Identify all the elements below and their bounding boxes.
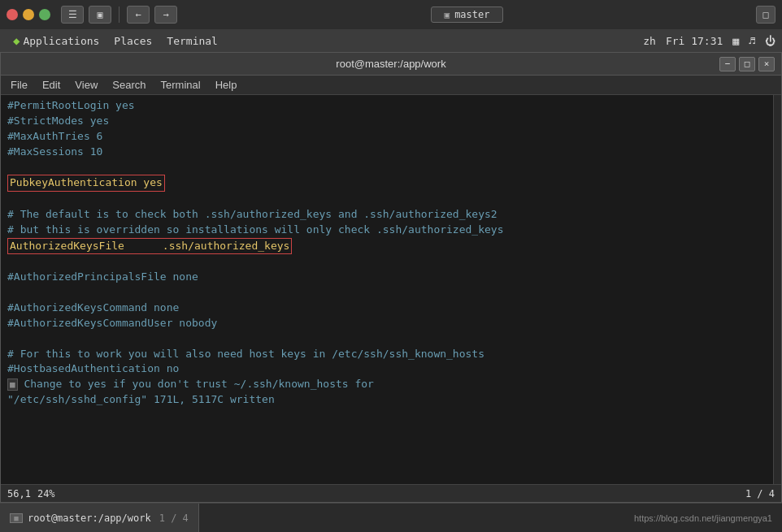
line-2: #StrictModes yes bbox=[7, 115, 109, 127]
authorized-keys-line: AuthorizedKeysFile .ssh/authorized_keys bbox=[7, 238, 292, 255]
terminal-menu[interactable]: Terminal bbox=[160, 33, 224, 49]
close-button[interactable] bbox=[7, 9, 18, 20]
line-change: ■ Change to yes if you don't trust ~/.ss… bbox=[7, 378, 374, 390]
places-menu[interactable]: Places bbox=[107, 33, 159, 49]
status-percent: 24% bbox=[37, 488, 55, 500]
restore-button[interactable]: □ bbox=[756, 6, 775, 24]
terminal-tab-label: master bbox=[454, 9, 489, 20]
terminal-titlebar: root@master:/app/work − □ × bbox=[1, 53, 781, 76]
menu-edit[interactable]: Edit bbox=[36, 78, 67, 92]
applications-menu[interactable]: ◆ Applications bbox=[7, 32, 106, 49]
sys-lang: zh bbox=[643, 35, 656, 47]
menu-terminal[interactable]: Terminal bbox=[154, 78, 207, 92]
line-comment-1: # The default is to check both .ssh/auth… bbox=[7, 208, 497, 220]
blank-4 bbox=[7, 286, 14, 298]
applications-label: Applications bbox=[23, 35, 99, 47]
menu-search[interactable]: Search bbox=[106, 78, 152, 92]
line-4: #MaxSessions 10 bbox=[7, 145, 102, 158]
network-icon[interactable]: ▦ bbox=[732, 35, 739, 47]
status-page: 1 / 4 bbox=[745, 488, 775, 500]
terminal-content: #PermitRootLogin yes #StrictModes yes #M… bbox=[1, 95, 781, 484]
blank-3 bbox=[7, 255, 14, 267]
status-position: 56,1 bbox=[7, 488, 31, 500]
line-written: "/etc/ssh/sshd_config" 171L, 5117C writt… bbox=[7, 393, 275, 405]
window: ☰ ▣ ← → ▣ master □ ◆ Applications Places… bbox=[0, 0, 782, 532]
screenshot-button[interactable]: ▣ bbox=[89, 6, 111, 24]
scrollbar[interactable] bbox=[773, 95, 781, 484]
terminal-close-btn[interactable]: × bbox=[758, 57, 775, 71]
taskbar-center: ▣ master bbox=[181, 6, 753, 23]
terminal-title-buttons: − □ × bbox=[719, 57, 775, 71]
taskbar-right: □ bbox=[756, 6, 775, 24]
power-icon[interactable]: ⏻ bbox=[765, 35, 775, 47]
sys-time: Fri 17:31 bbox=[666, 35, 723, 47]
line-principals: #AuthorizedPrincipalsFile none bbox=[7, 270, 198, 283]
menu-view[interactable]: View bbox=[68, 78, 104, 92]
blank-1 bbox=[7, 160, 14, 172]
terminal-code: #PermitRootLogin yes #StrictModes yes #M… bbox=[7, 98, 767, 408]
volume-icon[interactable]: ♬ bbox=[749, 35, 755, 47]
tab-page-indicator: 1 / 4 bbox=[159, 513, 189, 524]
bottom-tab-icon: ■ bbox=[10, 513, 23, 523]
blank-5 bbox=[7, 332, 14, 344]
line-keyscommanduser: #AuthorizedKeysCommandUser nobody bbox=[7, 317, 217, 329]
pubkey-auth-line: PubkeyAuthentication yes bbox=[7, 175, 165, 192]
menu-help[interactable]: Help bbox=[209, 78, 244, 92]
terminal-label: Terminal bbox=[167, 35, 218, 47]
panel-button[interactable]: ☰ bbox=[61, 6, 84, 24]
terminal-window: root@master:/app/work − □ × File Edit Vi… bbox=[0, 52, 782, 503]
sys-right: zh Fri 17:31 ▦ ♬ ⏻ bbox=[643, 35, 775, 47]
bottom-tab-label: root@master:/app/work bbox=[28, 513, 151, 524]
terminal-title: root@master:/app/work bbox=[336, 58, 445, 70]
back-button[interactable]: ← bbox=[127, 6, 150, 24]
terminal-restore-btn[interactable]: □ bbox=[739, 57, 755, 71]
minimize-button[interactable] bbox=[23, 9, 34, 20]
terminal-minimize-btn[interactable]: − bbox=[719, 57, 736, 71]
line-3: #MaxAuthTries 6 bbox=[7, 130, 102, 142]
applications-icon: ◆ bbox=[13, 34, 20, 47]
divider bbox=[119, 6, 119, 23]
bottom-terminal-tab[interactable]: ■ root@master:/app/work 1 / 4 bbox=[0, 504, 199, 532]
terminal-menubar: File Edit View Search Terminal Help bbox=[1, 76, 781, 95]
taskbar: ☰ ▣ ← → ▣ master □ bbox=[0, 0, 782, 29]
blank-2 bbox=[7, 192, 14, 205]
forward-button[interactable]: → bbox=[154, 6, 177, 24]
system-menubar: ◆ Applications Places Terminal zh Fri 17… bbox=[0, 29, 782, 52]
terminal-tab[interactable]: ▣ master bbox=[431, 6, 504, 23]
terminal-tab-icon: ▣ bbox=[445, 10, 450, 20]
traffic-lights bbox=[7, 9, 50, 20]
bottom-taskbar: ■ root@master:/app/work 1 / 4 https://bl… bbox=[0, 503, 782, 532]
line-hostbased-2: #HostbasedAuthentication no bbox=[7, 362, 179, 374]
terminal-statusbar: 56,1 24% 1 / 4 bbox=[1, 484, 781, 502]
places-label: Places bbox=[114, 35, 152, 47]
maximize-button[interactable] bbox=[39, 9, 50, 20]
watermark: https://blog.csdn.net/jiangmengya1 bbox=[634, 513, 782, 523]
line-keyscommand: #AuthorizedKeysCommand none bbox=[7, 301, 179, 314]
line-1: #PermitRootLogin yes bbox=[7, 99, 135, 111]
line-comment-2: # but this is overridden so installation… bbox=[7, 223, 503, 236]
terminal-text-area[interactable]: #PermitRootLogin yes #StrictModes yes #M… bbox=[1, 95, 773, 484]
line-hostbased-1: # For this to work you will also need ho… bbox=[7, 348, 484, 360]
menu-file[interactable]: File bbox=[4, 78, 34, 92]
